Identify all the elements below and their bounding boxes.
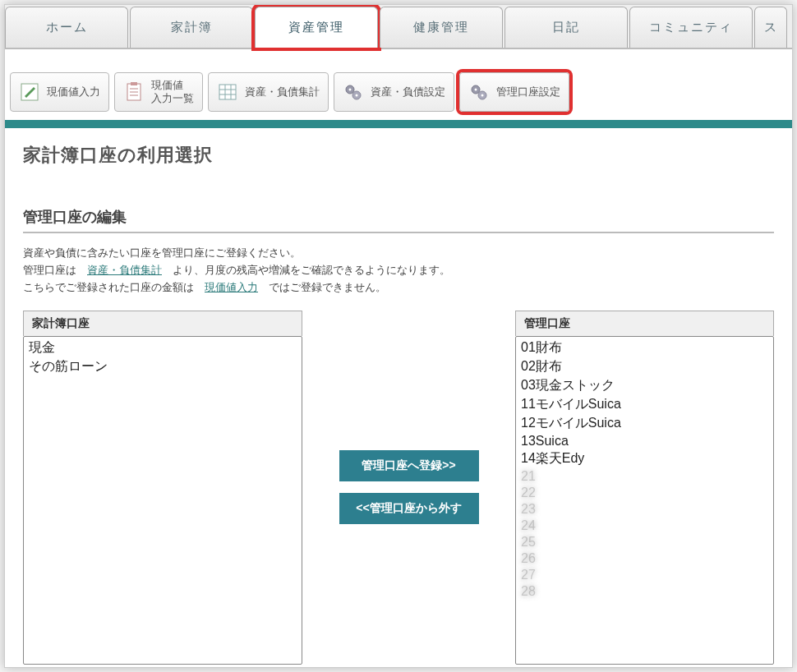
- svg-rect-2: [131, 82, 137, 85]
- link-asset-summary[interactable]: 資産・負債集計: [87, 264, 162, 276]
- toolbar-button-1[interactable]: 現価値 入力一覧: [114, 72, 203, 112]
- toolbar-button-label: 資産・負債集計: [245, 85, 320, 99]
- toolbar-button-4[interactable]: 管理口座設定: [459, 72, 569, 112]
- main-nav: ホーム家計簿資産管理健康管理日記コミュニティス: [5, 5, 792, 49]
- nav-tab-3[interactable]: 健康管理: [380, 7, 503, 48]
- desc-line2b: より、月度の残高や増減をご確認できるようになります。: [162, 264, 450, 276]
- section-title: 管理口座の編集: [23, 207, 774, 233]
- list-item[interactable]: 28: [518, 583, 772, 600]
- list-item[interactable]: 現金: [25, 338, 300, 357]
- transfer-buttons: 管理口座へ登録>> <<管理口座から外す: [302, 311, 515, 524]
- toolbar-button-label: 現価値入力: [47, 85, 100, 99]
- list-item[interactable]: 25: [518, 534, 772, 550]
- toolbar-button-label: 資産・負債設定: [371, 85, 445, 99]
- calendar-grid-icon: [217, 81, 238, 103]
- managed-accounts-listbox[interactable]: 01財布02財布03現金ストック11モバイルSuica12モバイルSuica13…: [515, 336, 774, 665]
- move-left-button[interactable]: <<管理口座から外す: [339, 493, 479, 524]
- toolbar-button-label: 管理口座設定: [496, 85, 560, 99]
- svg-point-18: [481, 94, 484, 97]
- list-item[interactable]: 21: [518, 468, 772, 485]
- list-item[interactable]: 22: [518, 485, 772, 501]
- right-list-header: 管理口座: [515, 311, 774, 336]
- toolbar-button-3[interactable]: 資産・負債設定: [334, 72, 454, 112]
- svg-point-14: [356, 94, 358, 97]
- link-current-value-input[interactable]: 現価値入力: [205, 281, 258, 293]
- left-list-header: 家計簿口座: [23, 311, 302, 336]
- household-accounts-listbox[interactable]: 現金その筋ローン: [23, 336, 302, 665]
- svg-point-12: [349, 89, 352, 91]
- nav-tab-4[interactable]: 日記: [504, 7, 628, 48]
- list-item[interactable]: 01財布: [518, 338, 772, 357]
- list-item[interactable]: 23: [518, 501, 772, 518]
- nav-tab-1[interactable]: 家計簿: [130, 7, 253, 48]
- toolbar-button-0[interactable]: 現価値入力: [10, 72, 109, 112]
- list-item[interactable]: 03現金ストック: [518, 376, 772, 395]
- gears-icon: [343, 81, 364, 103]
- list-item[interactable]: 27: [518, 567, 772, 583]
- dual-list-transfer: 家計簿口座 現金その筋ローン 管理口座へ登録>> <<管理口座から外す 管理口座…: [23, 311, 774, 665]
- list-item[interactable]: その筋ローン: [25, 357, 300, 376]
- list-item[interactable]: 24: [518, 518, 772, 534]
- desc-line3b: ではご登録できません。: [258, 281, 386, 293]
- nav-tab-6[interactable]: ス: [754, 7, 787, 48]
- list-item[interactable]: 26: [518, 550, 772, 567]
- pencil-note-icon: [19, 81, 40, 103]
- nav-tab-5[interactable]: コミュニティ: [629, 7, 753, 48]
- svg-rect-6: [219, 85, 236, 99]
- toolbar-button-2[interactable]: 資産・負債集計: [208, 72, 329, 112]
- move-right-button[interactable]: 管理口座へ登録>>: [339, 450, 479, 481]
- list-item[interactable]: 02財布: [518, 357, 772, 376]
- svg-point-16: [475, 89, 477, 91]
- description: 資産や負債に含みたい口座を管理口座にご登録ください。 管理口座は 資産・負債集計…: [23, 245, 774, 296]
- desc-line1: 資産や負債に含みたい口座を管理口座にご登録ください。: [23, 246, 301, 259]
- clipboard-icon: [123, 81, 145, 103]
- list-item[interactable]: 13Suica: [518, 433, 772, 449]
- toolbar-button-label: 現価値 入力一覧: [151, 79, 194, 104]
- toolbar: 現価値入力現価値 入力一覧資産・負債集計資産・負債設定管理口座設定: [5, 49, 792, 128]
- nav-tab-2[interactable]: 資産管理: [255, 7, 378, 48]
- list-item[interactable]: 14楽天Edy: [518, 449, 772, 468]
- page-title: 家計簿口座の利用選択: [23, 143, 774, 168]
- nav-tab-0[interactable]: ホーム: [5, 7, 128, 48]
- gears-icon: [468, 81, 490, 103]
- desc-line2a: 管理口座は: [23, 264, 87, 276]
- left-list-panel: 家計簿口座 現金その筋ローン: [23, 311, 302, 665]
- desc-line3a: こちらでご登録された口座の金額は: [23, 281, 205, 293]
- list-item[interactable]: 12モバイルSuica: [518, 414, 772, 433]
- right-list-panel: 管理口座 01財布02財布03現金ストック11モバイルSuica12モバイルSu…: [515, 311, 774, 665]
- list-item[interactable]: 11モバイルSuica: [518, 395, 772, 414]
